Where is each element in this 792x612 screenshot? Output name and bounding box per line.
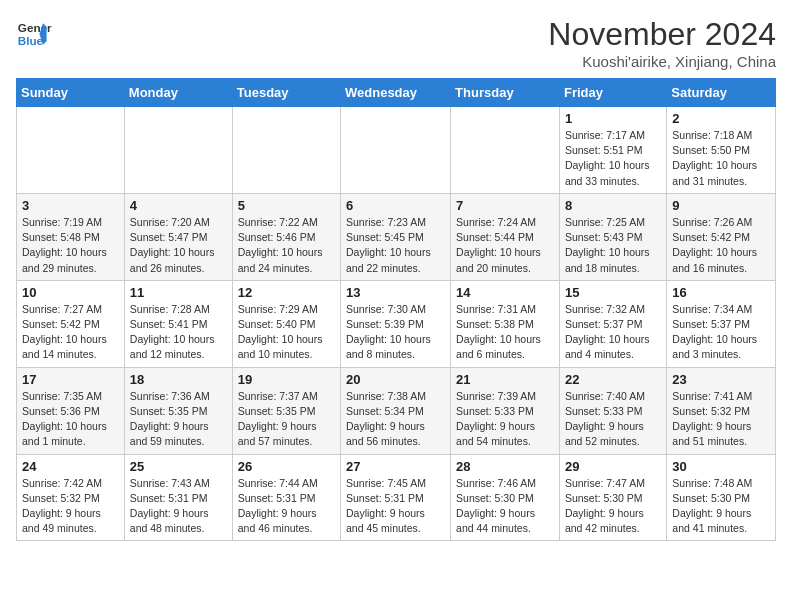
day-info: Sunrise: 7:24 AM Sunset: 5:44 PM Dayligh… [456, 215, 554, 276]
day-info: Sunrise: 7:22 AM Sunset: 5:46 PM Dayligh… [238, 215, 335, 276]
calendar-week-row: 1Sunrise: 7:17 AM Sunset: 5:51 PM Daylig… [17, 107, 776, 194]
calendar-cell: 2Sunrise: 7:18 AM Sunset: 5:50 PM Daylig… [667, 107, 776, 194]
day-number: 4 [130, 198, 227, 213]
day-number: 19 [238, 372, 335, 387]
calendar-cell: 6Sunrise: 7:23 AM Sunset: 5:45 PM Daylig… [341, 193, 451, 280]
day-number: 6 [346, 198, 445, 213]
day-info: Sunrise: 7:29 AM Sunset: 5:40 PM Dayligh… [238, 302, 335, 363]
calendar-cell: 22Sunrise: 7:40 AM Sunset: 5:33 PM Dayli… [559, 367, 666, 454]
day-info: Sunrise: 7:42 AM Sunset: 5:32 PM Dayligh… [22, 476, 119, 537]
calendar-week-row: 24Sunrise: 7:42 AM Sunset: 5:32 PM Dayli… [17, 454, 776, 541]
day-number: 3 [22, 198, 119, 213]
day-info: Sunrise: 7:27 AM Sunset: 5:42 PM Dayligh… [22, 302, 119, 363]
calendar-header-cell: Thursday [451, 79, 560, 107]
logo: General Blue [16, 16, 52, 52]
logo-icon: General Blue [16, 16, 52, 52]
calendar-cell [341, 107, 451, 194]
day-number: 30 [672, 459, 770, 474]
calendar-header-cell: Monday [124, 79, 232, 107]
day-number: 14 [456, 285, 554, 300]
day-number: 12 [238, 285, 335, 300]
day-info: Sunrise: 7:45 AM Sunset: 5:31 PM Dayligh… [346, 476, 445, 537]
calendar-header-cell: Wednesday [341, 79, 451, 107]
day-number: 8 [565, 198, 661, 213]
month-title: November 2024 [548, 16, 776, 53]
location-subtitle: Kuoshi'airike, Xinjiang, China [548, 53, 776, 70]
day-info: Sunrise: 7:43 AM Sunset: 5:31 PM Dayligh… [130, 476, 227, 537]
calendar-cell: 12Sunrise: 7:29 AM Sunset: 5:40 PM Dayli… [232, 280, 340, 367]
day-number: 5 [238, 198, 335, 213]
day-number: 29 [565, 459, 661, 474]
day-number: 25 [130, 459, 227, 474]
day-number: 10 [22, 285, 119, 300]
calendar-cell [124, 107, 232, 194]
calendar-header-cell: Friday [559, 79, 666, 107]
calendar-cell: 19Sunrise: 7:37 AM Sunset: 5:35 PM Dayli… [232, 367, 340, 454]
day-info: Sunrise: 7:48 AM Sunset: 5:30 PM Dayligh… [672, 476, 770, 537]
calendar-cell: 13Sunrise: 7:30 AM Sunset: 5:39 PM Dayli… [341, 280, 451, 367]
title-area: November 2024 Kuoshi'airike, Xinjiang, C… [548, 16, 776, 70]
calendar-cell: 21Sunrise: 7:39 AM Sunset: 5:33 PM Dayli… [451, 367, 560, 454]
calendar-cell: 11Sunrise: 7:28 AM Sunset: 5:41 PM Dayli… [124, 280, 232, 367]
calendar-cell: 27Sunrise: 7:45 AM Sunset: 5:31 PM Dayli… [341, 454, 451, 541]
calendar-week-row: 10Sunrise: 7:27 AM Sunset: 5:42 PM Dayli… [17, 280, 776, 367]
day-info: Sunrise: 7:28 AM Sunset: 5:41 PM Dayligh… [130, 302, 227, 363]
day-info: Sunrise: 7:38 AM Sunset: 5:34 PM Dayligh… [346, 389, 445, 450]
day-info: Sunrise: 7:37 AM Sunset: 5:35 PM Dayligh… [238, 389, 335, 450]
calendar-header-cell: Saturday [667, 79, 776, 107]
calendar-cell: 8Sunrise: 7:25 AM Sunset: 5:43 PM Daylig… [559, 193, 666, 280]
calendar-cell [451, 107, 560, 194]
day-number: 24 [22, 459, 119, 474]
day-number: 27 [346, 459, 445, 474]
calendar-cell: 1Sunrise: 7:17 AM Sunset: 5:51 PM Daylig… [559, 107, 666, 194]
day-number: 26 [238, 459, 335, 474]
calendar-week-row: 3Sunrise: 7:19 AM Sunset: 5:48 PM Daylig… [17, 193, 776, 280]
day-info: Sunrise: 7:30 AM Sunset: 5:39 PM Dayligh… [346, 302, 445, 363]
day-number: 18 [130, 372, 227, 387]
calendar-body: 1Sunrise: 7:17 AM Sunset: 5:51 PM Daylig… [17, 107, 776, 541]
calendar-cell: 16Sunrise: 7:34 AM Sunset: 5:37 PM Dayli… [667, 280, 776, 367]
day-number: 16 [672, 285, 770, 300]
calendar-cell: 15Sunrise: 7:32 AM Sunset: 5:37 PM Dayli… [559, 280, 666, 367]
day-info: Sunrise: 7:39 AM Sunset: 5:33 PM Dayligh… [456, 389, 554, 450]
calendar-cell: 26Sunrise: 7:44 AM Sunset: 5:31 PM Dayli… [232, 454, 340, 541]
calendar-cell: 4Sunrise: 7:20 AM Sunset: 5:47 PM Daylig… [124, 193, 232, 280]
day-number: 11 [130, 285, 227, 300]
svg-text:General: General [18, 21, 52, 34]
day-info: Sunrise: 7:32 AM Sunset: 5:37 PM Dayligh… [565, 302, 661, 363]
day-number: 7 [456, 198, 554, 213]
day-info: Sunrise: 7:17 AM Sunset: 5:51 PM Dayligh… [565, 128, 661, 189]
calendar-cell: 20Sunrise: 7:38 AM Sunset: 5:34 PM Dayli… [341, 367, 451, 454]
calendar-cell: 10Sunrise: 7:27 AM Sunset: 5:42 PM Dayli… [17, 280, 125, 367]
day-number: 28 [456, 459, 554, 474]
calendar-cell: 3Sunrise: 7:19 AM Sunset: 5:48 PM Daylig… [17, 193, 125, 280]
day-info: Sunrise: 7:44 AM Sunset: 5:31 PM Dayligh… [238, 476, 335, 537]
day-number: 13 [346, 285, 445, 300]
svg-text:Blue: Blue [18, 34, 44, 47]
calendar-cell: 24Sunrise: 7:42 AM Sunset: 5:32 PM Dayli… [17, 454, 125, 541]
calendar-cell: 25Sunrise: 7:43 AM Sunset: 5:31 PM Dayli… [124, 454, 232, 541]
day-info: Sunrise: 7:36 AM Sunset: 5:35 PM Dayligh… [130, 389, 227, 450]
day-number: 17 [22, 372, 119, 387]
calendar-cell: 18Sunrise: 7:36 AM Sunset: 5:35 PM Dayli… [124, 367, 232, 454]
day-number: 23 [672, 372, 770, 387]
calendar-cell: 9Sunrise: 7:26 AM Sunset: 5:42 PM Daylig… [667, 193, 776, 280]
day-info: Sunrise: 7:20 AM Sunset: 5:47 PM Dayligh… [130, 215, 227, 276]
day-number: 21 [456, 372, 554, 387]
day-number: 2 [672, 111, 770, 126]
calendar-header-cell: Tuesday [232, 79, 340, 107]
calendar-cell: 29Sunrise: 7:47 AM Sunset: 5:30 PM Dayli… [559, 454, 666, 541]
day-info: Sunrise: 7:18 AM Sunset: 5:50 PM Dayligh… [672, 128, 770, 189]
day-info: Sunrise: 7:23 AM Sunset: 5:45 PM Dayligh… [346, 215, 445, 276]
calendar-cell: 30Sunrise: 7:48 AM Sunset: 5:30 PM Dayli… [667, 454, 776, 541]
day-info: Sunrise: 7:46 AM Sunset: 5:30 PM Dayligh… [456, 476, 554, 537]
calendar-cell: 7Sunrise: 7:24 AM Sunset: 5:44 PM Daylig… [451, 193, 560, 280]
calendar-cell: 5Sunrise: 7:22 AM Sunset: 5:46 PM Daylig… [232, 193, 340, 280]
day-number: 20 [346, 372, 445, 387]
calendar-cell: 23Sunrise: 7:41 AM Sunset: 5:32 PM Dayli… [667, 367, 776, 454]
calendar-header-row: SundayMondayTuesdayWednesdayThursdayFrid… [17, 79, 776, 107]
calendar-cell: 28Sunrise: 7:46 AM Sunset: 5:30 PM Dayli… [451, 454, 560, 541]
calendar-week-row: 17Sunrise: 7:35 AM Sunset: 5:36 PM Dayli… [17, 367, 776, 454]
calendar-cell [17, 107, 125, 194]
day-number: 15 [565, 285, 661, 300]
